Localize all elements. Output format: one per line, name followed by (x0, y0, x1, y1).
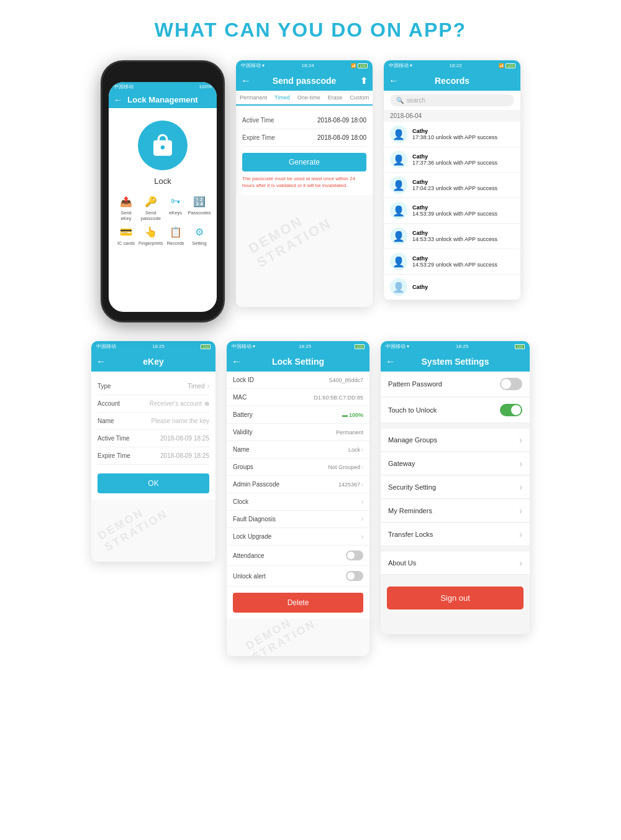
menu-label-ic-cards: IC cards (117, 240, 135, 246)
records-screen: 中国移动 ▾ 18:22 📶 100 ← Records 🔍 search 20… (384, 60, 520, 300)
ls-row-lockid: Lock ID S400_85ddc7 (227, 372, 369, 389)
menu-item-send-ekey[interactable]: 📤 Send eKey (117, 194, 135, 221)
ls-row-adminpwd[interactable]: Admin Passcode 1425367 › (227, 476, 369, 493)
ls-back-icon[interactable]: ← (232, 356, 242, 367)
ls-row-validity: Validity Permanent (227, 424, 369, 441)
ek-carrier: 中国移动 (96, 343, 116, 350)
sp-upload-icon[interactable]: ⬆ (360, 76, 368, 86)
passcode-tabs: Permanent Timed One-time Erase Custom (236, 91, 373, 106)
rec-signal: 📶 100 (499, 63, 515, 68)
sp-back-icon[interactable]: ← (241, 75, 251, 86)
ls-chevron-upgrade: › (361, 533, 363, 540)
ss-carrier: 中国移动 ▾ (386, 343, 409, 350)
records-list: 👤 Cathy17:38:10 unlock with APP success … (384, 122, 520, 300)
ekey-expire-value: 2018-08-09 18:25 (160, 452, 209, 459)
ss-status-bar: 中国移动 ▾ 18:25 100 (381, 341, 530, 352)
ss-row-gateway[interactable]: Gateway › (381, 452, 530, 475)
ekey-type-value: Timed › (188, 383, 209, 390)
menu-label-send-passcode: Send passcode (138, 210, 163, 221)
tab-permanent[interactable]: Permanent (236, 91, 271, 104)
ss-back-icon[interactable]: ← (386, 356, 396, 367)
ss-row-about[interactable]: About Us › (381, 552, 530, 575)
ss-label-gateway: Gateway (388, 460, 415, 467)
menu-item-fingerprints[interactable]: 👆 Fingerprints (138, 225, 163, 246)
ls-row-fault[interactable]: Fault Diagnosis › (227, 511, 369, 528)
record-avatar-7: 👤 (390, 278, 407, 296)
ls-label-adminpwd: Admin Passcode (233, 481, 279, 488)
records-status-bar: 中国移动 ▾ 18:22 📶 100 (384, 60, 520, 71)
ss-chevron-security: › (519, 482, 522, 492)
menu-item-passcodes[interactable]: 🔢 Passcodes (188, 194, 211, 221)
record-action-2: 17:37:36 unlock with APP success (412, 160, 497, 166)
record-avatar-5: 👤 (390, 227, 407, 245)
record-name-5: Cathy (412, 230, 497, 236)
expire-time-value: 2018-08-09 18:00 (317, 134, 366, 141)
ss-row-reminders[interactable]: My Reminders › (381, 500, 530, 523)
date-header: 2018-06-04 (384, 110, 520, 122)
ekey-type-row: Type Timed › (97, 378, 209, 395)
expire-time-label: Expire Time (242, 134, 275, 141)
ss-signal: 100 (515, 344, 525, 349)
ss-chevron-transfer: › (519, 529, 522, 539)
rec-back-icon[interactable]: ← (389, 75, 399, 86)
menu-item-records[interactable]: 📋 Records (167, 225, 184, 246)
ls-value-battery: ▬ 100% (342, 412, 363, 418)
ss-row-manage-groups[interactable]: Manage Groups › (381, 429, 530, 452)
ls-row-name[interactable]: Name Lock › (227, 441, 369, 459)
tab-erase[interactable]: Erase (324, 91, 347, 104)
tab-custom[interactable]: Custom (346, 91, 373, 104)
ls-label-name: Name (233, 446, 250, 453)
ls-row-groups[interactable]: Groups Not Grouped › (227, 459, 369, 476)
ekey-title: eKey (143, 357, 163, 367)
ls-watermark: DEMONSTRATION (243, 606, 318, 656)
ls-row-clock[interactable]: Clock › (227, 493, 369, 511)
lock-setting-screen: 中国移动 ▾ 18:25 100 ← Lock Setting Lock ID … (227, 341, 369, 656)
passcode-preview-area: DEMONSTRATION (236, 195, 373, 307)
menu-item-ic-cards[interactable]: 💳 IC cards (117, 225, 135, 246)
ekey-name-label: Name (97, 418, 114, 424)
ls-chevron-fault: › (361, 516, 363, 523)
menu-item-ekeys[interactable]: 🗝 eKeys (167, 194, 184, 221)
phone-body: Lock 📤 Send eKey 🔑 Send passcode 🗝 eKeys (109, 108, 217, 252)
record-item-5: 👤 Cathy14:53:33 unlock with APP success (384, 224, 520, 249)
ok-button[interactable]: OK (97, 473, 209, 493)
tab-timed[interactable]: Timed (271, 91, 294, 106)
ls-label-unlock-alert: Unlock alert (233, 573, 266, 580)
ss-row-transfer[interactable]: Transfer Locks › (381, 523, 530, 546)
ek-back-icon[interactable]: ← (96, 356, 106, 367)
records-title: Records (435, 76, 469, 86)
generate-button[interactable]: Generate (242, 153, 366, 171)
ls-toggle-unlock-alert[interactable] (346, 571, 363, 581)
ls-header: ← Lock Setting (227, 352, 369, 372)
ls-label-groups: Groups (233, 463, 253, 470)
menu-item-send-passcode[interactable]: 🔑 Send passcode (138, 194, 163, 221)
back-icon[interactable]: ← (114, 95, 122, 105)
ls-title: Lock Setting (272, 357, 324, 367)
ss-chevron-gateway: › (519, 459, 522, 468)
record-name-1: Cathy (412, 128, 497, 134)
ek-signal: 100 (201, 344, 211, 349)
lock-label: Lock (115, 176, 211, 186)
search-input-box[interactable]: 🔍 search (390, 94, 514, 106)
ls-row-upgrade[interactable]: Lock Upgrade › (227, 528, 369, 546)
ls-row-unlock-alert: Unlock alert (227, 566, 369, 587)
ss-label-transfer: Transfer Locks (388, 531, 433, 538)
record-item-4: 👤 Cathy14:53:39 unlock with APP success (384, 198, 520, 224)
ss-toggle-touch[interactable] (500, 404, 522, 416)
ekey-active-value: 2018-08-09 18:25 (160, 435, 209, 442)
record-name-4: Cathy (412, 204, 497, 211)
menu-item-setting[interactable]: ⚙ Setting (188, 225, 211, 246)
ss-label-manage-groups: Manage Groups (388, 436, 437, 444)
tab-one-time[interactable]: One-time (294, 91, 324, 104)
ss-time: 18:25 (456, 344, 468, 349)
record-name-3: Cathy (412, 179, 497, 185)
ls-toggle-attendance[interactable] (346, 550, 363, 560)
ekey-name-placeholder[interactable]: Please name the key (152, 418, 209, 424)
ls-value-mac: D1:60:5B:C7:DD:85 (314, 395, 363, 401)
delete-button[interactable]: Delete (233, 593, 363, 613)
ss-toggle-pattern[interactable] (500, 378, 522, 390)
ls-row-battery: Battery ▬ 100% (227, 406, 369, 424)
ss-row-security[interactable]: Security Setting › (381, 476, 530, 499)
sign-out-button[interactable]: Sign out (387, 587, 524, 609)
lock-icon (150, 133, 175, 158)
